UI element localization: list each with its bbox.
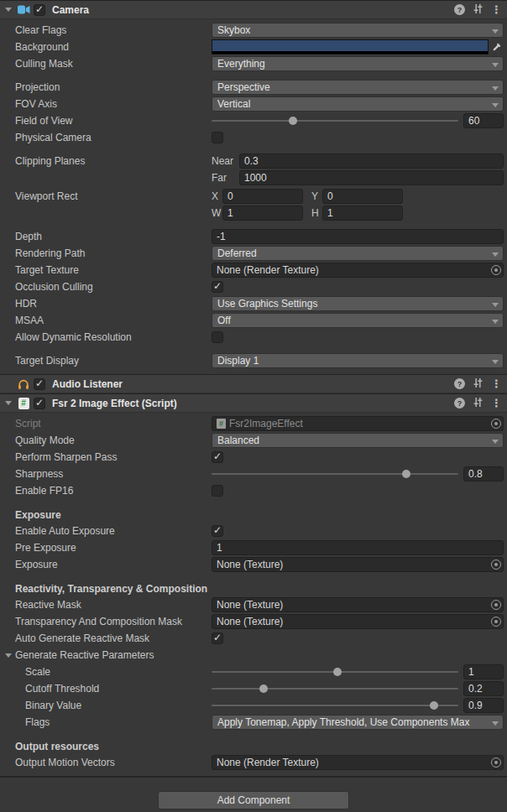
viewport-w-input[interactable]: 1: [222, 206, 303, 221]
binary-value-input[interactable]: 0.9: [463, 698, 504, 713]
occlusion-culling-checkbox[interactable]: [212, 281, 223, 293]
slider-handle[interactable]: [333, 668, 342, 676]
slider-handle[interactable]: [430, 701, 438, 710]
output-section-header: Output resources: [0, 741, 212, 752]
scale-input[interactable]: 1: [463, 664, 504, 679]
culling-mask-dropdown[interactable]: Everything: [212, 56, 504, 71]
msaa-dropdown[interactable]: Off: [212, 313, 504, 328]
camera-body: Clear Flags Skybox Background Culling Ma…: [0, 19, 507, 374]
fsr2-enabled-checkbox[interactable]: [34, 398, 45, 409]
field-of-view-label: Field of View: [0, 115, 212, 127]
hdr-dropdown[interactable]: Use Graphics Settings: [212, 296, 504, 311]
slider-handle[interactable]: [402, 470, 410, 478]
exposure-section-row: Exposure: [0, 508, 507, 523]
foldout-spacer: [3, 379, 13, 389]
clear-flags-dropdown[interactable]: Skybox: [212, 23, 504, 38]
viewport-x-input[interactable]: 0: [222, 189, 303, 204]
auto-generate-reactive-mask-row: Auto Generate Reactive Mask: [0, 630, 507, 647]
background-color-swatch[interactable]: [212, 39, 489, 55]
context-menu-icon[interactable]: ⋮: [491, 398, 502, 409]
far-input[interactable]: 1000: [239, 170, 504, 185]
enable-auto-exposure-row: Enable Auto Exposure: [0, 523, 507, 539]
scale-slider[interactable]: [212, 664, 458, 679]
msaa-row: MSAA Off: [0, 312, 507, 329]
output-motion-vectors-row: Output Motion Vectors None (Render Textu…: [0, 754, 507, 771]
help-icon[interactable]: ?: [454, 378, 465, 389]
reactive-mask-row: Reactive Mask None (Texture): [0, 596, 507, 613]
field-of-view-slider[interactable]: [212, 113, 458, 128]
context-menu-icon[interactable]: ⋮: [491, 378, 502, 389]
physical-camera-checkbox[interactable]: [212, 132, 223, 143]
quality-mode-label: Quality Mode: [0, 435, 212, 446]
field-of-view-input[interactable]: 60: [463, 113, 504, 128]
help-icon[interactable]: ?: [454, 4, 465, 15]
fov-axis-label: FOV Axis: [0, 98, 212, 110]
generate-reactive-parameters-row[interactable]: Generate Reactive Parameters: [0, 647, 507, 664]
viewport-h-input[interactable]: 1: [322, 206, 403, 221]
enable-auto-exposure-checkbox[interactable]: [212, 525, 223, 537]
quality-mode-dropdown[interactable]: Balanced: [212, 433, 504, 448]
scale-label: Scale: [0, 666, 212, 678]
pre-exposure-input[interactable]: 1: [212, 540, 504, 555]
background-row: Background: [0, 39, 507, 55]
enable-fp16-checkbox[interactable]: [212, 485, 223, 497]
projection-dropdown[interactable]: Perspective: [212, 80, 504, 95]
context-menu-icon[interactable]: ⋮: [491, 4, 502, 15]
presets-icon[interactable]: [473, 3, 483, 17]
sharpness-input[interactable]: 0.8: [463, 466, 504, 481]
help-icon[interactable]: ?: [454, 398, 465, 409]
target-texture-field[interactable]: None (Render Texture): [212, 263, 504, 278]
audio-listener-enabled-checkbox[interactable]: [34, 378, 45, 390]
perform-sharpen-pass-checkbox[interactable]: [212, 451, 223, 463]
camera-component-header[interactable]: Camera ? ⋮: [0, 0, 507, 19]
audio-listener-component-header[interactable]: Audio Listener ? ⋮: [0, 374, 507, 393]
target-display-dropdown[interactable]: Display 1: [212, 353, 504, 368]
object-picker-icon[interactable]: [491, 419, 501, 429]
foldout-expanded-icon[interactable]: [3, 5, 13, 15]
y-label: Y: [311, 190, 322, 202]
exposure-field[interactable]: None (Texture): [212, 557, 504, 572]
enable-auto-exposure-label: Enable Auto Exposure: [0, 525, 212, 537]
camera-enabled-checkbox[interactable]: [34, 4, 45, 16]
allow-dynamic-resolution-checkbox[interactable]: [212, 331, 223, 343]
exposure-section-header: Exposure: [0, 509, 212, 521]
cutoff-threshold-input[interactable]: 0.2: [463, 681, 504, 696]
object-picker-icon[interactable]: [491, 600, 501, 610]
rendering-path-dropdown[interactable]: Deferred: [212, 246, 504, 261]
presets-icon[interactable]: [473, 377, 483, 391]
script-file-icon: #: [217, 419, 226, 429]
slider-handle[interactable]: [259, 684, 268, 693]
foldout-expanded-icon[interactable]: [3, 650, 13, 660]
cutoff-threshold-slider[interactable]: [212, 681, 458, 696]
viewport-y-input[interactable]: 0: [322, 189, 403, 204]
output-motion-vectors-label: Output Motion Vectors: [0, 757, 212, 768]
msaa-label: MSAA: [0, 315, 212, 326]
add-component-button[interactable]: Add Component: [158, 791, 349, 809]
fov-axis-dropdown[interactable]: Vertical: [212, 96, 504, 112]
binary-value-slider[interactable]: [212, 698, 458, 713]
output-motion-vectors-field[interactable]: None (Render Texture): [212, 755, 504, 770]
transparency-mask-label: Transparency And Composition Mask: [0, 616, 212, 627]
fsr2-component-header[interactable]: # Fsr 2 Image Effect (Script) ? ⋮: [0, 393, 507, 413]
pre-exposure-label: Pre Exposure: [0, 542, 212, 554]
projection-label: Projection: [0, 81, 212, 93]
eyedropper-icon[interactable]: [490, 40, 504, 54]
flags-dropdown[interactable]: Apply Tonemap, Apply Threshold, Use Comp…: [212, 715, 504, 730]
slider-handle[interactable]: [289, 117, 297, 125]
object-picker-icon[interactable]: [491, 757, 501, 768]
object-picker-icon[interactable]: [491, 617, 501, 627]
transparency-mask-field[interactable]: None (Texture): [212, 614, 504, 629]
presets-icon[interactable]: [473, 397, 483, 410]
auto-generate-reactive-mask-checkbox[interactable]: [212, 632, 223, 644]
reactive-mask-field[interactable]: None (Texture): [212, 597, 504, 612]
near-input[interactable]: 0.3: [239, 154, 504, 169]
depth-input[interactable]: -1: [212, 229, 504, 244]
object-picker-icon[interactable]: [491, 560, 501, 570]
foldout-expanded-icon[interactable]: [3, 398, 13, 409]
cutoff-threshold-row: Cutoff Threshold 0.2: [0, 680, 507, 697]
occlusion-culling-label: Occlusion Culling: [0, 281, 212, 293]
rendering-path-row: Rendering Path Deferred: [0, 245, 507, 262]
object-picker-icon[interactable]: [491, 265, 501, 275]
sharpness-slider[interactable]: [212, 466, 458, 481]
allow-dynamic-resolution-row: Allow Dynamic Resolution: [0, 329, 507, 346]
